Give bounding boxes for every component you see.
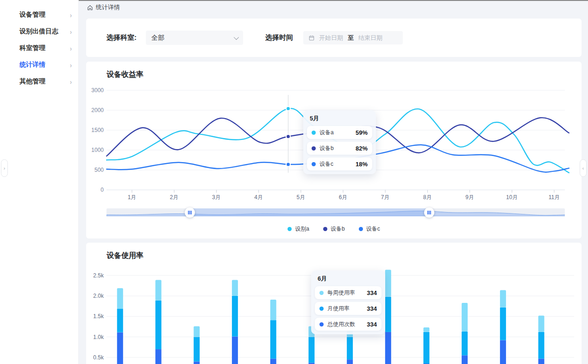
department-filter-label: 选择科室: [106, 33, 137, 42]
series-dot-icon [319, 322, 324, 326]
legend-label: 设别a [295, 225, 309, 233]
svg-text:3月: 3月 [212, 194, 221, 201]
svg-text:3000: 3000 [91, 87, 104, 94]
svg-text:500: 500 [94, 167, 104, 173]
svg-text:2月: 2月 [170, 194, 179, 201]
breadcrumb: 统计详情 [79, 0, 588, 15]
legend-label: 设备b [331, 225, 345, 233]
legend-label: 设备c [366, 225, 380, 233]
svg-text:1.5k: 1.5k [93, 313, 104, 320]
sidebar-nav: 设备管理›设别出借日志›科室管理›统计详情›其他管理› [0, 6, 78, 90]
series-dot-icon [312, 131, 316, 135]
chevron-right-icon: › [70, 78, 72, 86]
svg-text:8月: 8月 [423, 194, 432, 201]
svg-text:1500: 1500 [91, 127, 104, 133]
svg-text:2000: 2000 [91, 107, 104, 113]
department-select[interactable]: 全部 [146, 31, 243, 45]
svg-text:10月: 10月 [506, 194, 518, 201]
date-range-separator: 至 [348, 34, 354, 42]
tooltip-series-value: 334 [367, 289, 377, 296]
series-dot-icon [312, 162, 316, 166]
legend-item-2[interactable]: 设备b [323, 225, 345, 233]
date-range-picker[interactable]: 开始日期 至 结束日期 [303, 31, 403, 44]
tooltip-row: 设备a59% [307, 126, 372, 139]
tooltip-row: 月使用率334 [315, 302, 382, 315]
series-dot-icon [319, 307, 324, 311]
tooltip-header: 5月 [310, 114, 372, 123]
home-icon [87, 5, 93, 11]
tooltip-row: 设备b82% [307, 142, 372, 155]
main-content: 统计详情 选择科室: 全部 选择时间 开始日期 至 结束日期 设备收益率 050… [79, 0, 588, 364]
chevron-right-icon: › [70, 61, 72, 69]
tooltip-row: 每周使用率334 [315, 286, 382, 299]
svg-text:0: 0 [100, 187, 104, 193]
brush-right-handle[interactable] [424, 207, 434, 218]
tooltip-row: 总使用次数334 [315, 318, 382, 331]
tooltip-series-value: 334 [367, 321, 377, 328]
legend-dot-icon [359, 227, 363, 231]
svg-text:1000: 1000 [91, 147, 104, 153]
sidebar-item-label: 设别出借日志 [19, 27, 58, 36]
tooltip-row: 设备c18% [307, 157, 372, 170]
svg-text:0.5k: 0.5k [93, 354, 104, 361]
series-dot-icon [319, 291, 324, 295]
data-zoom-brush[interactable] [106, 208, 565, 216]
line-chart-legend: 设别a设备b设备c [86, 225, 582, 233]
legend-item-1[interactable]: 设别a [288, 225, 309, 233]
svg-text:2.5k: 2.5k [93, 272, 104, 279]
sidebar-expand-button[interactable]: › [1, 159, 8, 177]
tooltip-series-label: 设备c [319, 160, 333, 168]
calendar-icon [309, 35, 314, 41]
tooltip-series-value: 59% [356, 129, 368, 136]
window-top-edge [79, 0, 588, 1]
sidebar-item-3[interactable]: 科室管理› [0, 40, 78, 56]
sidebar-item-label: 统计详情 [19, 61, 45, 69]
panel-collapse-button[interactable]: ‹ [580, 159, 587, 177]
bar-chart-tooltip: 6月 每周使用率334月使用率334总使用次数334 [311, 270, 385, 334]
filter-card: 选择科室: 全部 选择时间 开始日期 至 结束日期 [86, 19, 582, 57]
sidebar-item-1[interactable]: 设备管理› [0, 6, 78, 23]
tooltip-series-label: 月使用率 [327, 305, 350, 313]
end-date-input[interactable]: 结束日期 [358, 34, 382, 42]
tooltip-series-label: 设备a [319, 129, 334, 137]
sidebar-item-label: 设备管理 [19, 11, 45, 19]
svg-text:1月: 1月 [128, 194, 137, 201]
chevron-down-icon [234, 34, 239, 39]
legend-dot-icon [288, 227, 292, 231]
svg-text:5月: 5月 [296, 194, 305, 201]
tooltip-series-label: 每周使用率 [327, 289, 355, 297]
sidebar: 设备管理›设别出借日志›科室管理›统计详情›其他管理› [0, 0, 79, 364]
svg-text:2.0k: 2.0k [93, 293, 104, 299]
tooltip-series-label: 设备b [319, 144, 334, 152]
line-chart-tooltip: 5月 设备a59%设备b82%设备c18% [303, 110, 376, 174]
sidebar-item-label: 其他管理 [19, 77, 45, 86]
start-date-input[interactable]: 开始日期 [319, 34, 343, 42]
brush-selected-range[interactable] [190, 208, 429, 216]
tooltip-series-label: 总使用次数 [327, 320, 355, 328]
department-select-value: 全部 [151, 34, 164, 42]
chevron-right-icon: › [70, 44, 72, 52]
chevron-right-icon: › [70, 11, 72, 19]
svg-text:6月: 6月 [339, 194, 348, 201]
svg-text:4月: 4月 [254, 194, 263, 201]
svg-text:1.0k: 1.0k [93, 334, 104, 340]
sidebar-item-5[interactable]: 其他管理› [0, 73, 78, 90]
usage-chart-card: 设备使用率 0.5k1.0k1.5k2.0k2.5k 6月 每周使用率334月使… [86, 243, 582, 364]
tooltip-series-value: 334 [367, 305, 377, 312]
tooltip-header: 6月 [318, 275, 382, 283]
breadcrumb-title: 统计详情 [96, 3, 120, 12]
tooltip-series-value: 18% [356, 161, 368, 168]
time-filter-label: 选择时间 [265, 33, 293, 42]
sidebar-item-4[interactable]: 统计详情› [0, 56, 78, 73]
sidebar-item-2[interactable]: 设别出借日志› [0, 23, 78, 40]
series-dot-icon [312, 146, 316, 151]
svg-text:9月: 9月 [465, 194, 474, 201]
svg-text:7月: 7月 [381, 194, 390, 201]
brush-left-handle[interactable] [185, 207, 195, 218]
legend-dot-icon [323, 227, 327, 231]
svg-text:11月: 11月 [549, 194, 560, 201]
sidebar-item-label: 科室管理 [19, 44, 45, 52]
tooltip-series-value: 82% [356, 145, 368, 152]
chevron-right-icon: › [70, 28, 72, 36]
legend-item-3[interactable]: 设备c [359, 225, 380, 233]
